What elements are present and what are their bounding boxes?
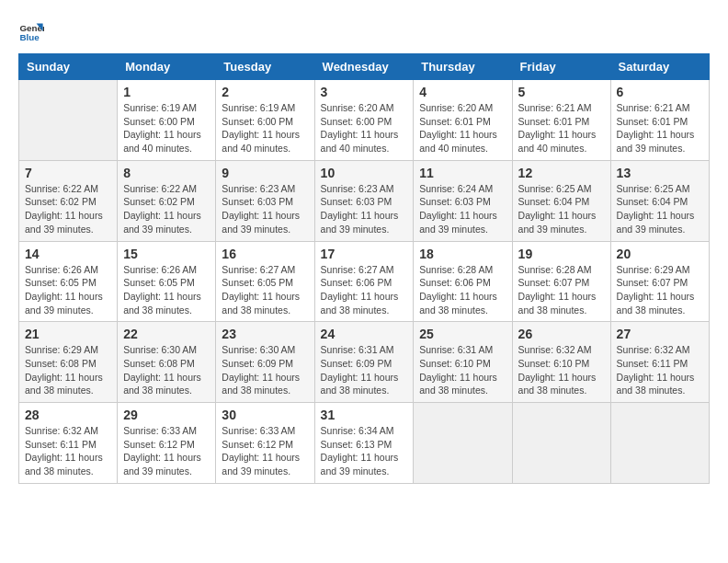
- day-header-saturday: Saturday: [610, 54, 709, 80]
- calendar-week-row: 28Sunrise: 6:32 AM Sunset: 6:11 PM Dayli…: [19, 403, 710, 484]
- day-number: 3: [321, 85, 408, 99]
- calendar-cell: 1Sunrise: 6:19 AM Sunset: 6:00 PM Daylig…: [118, 80, 216, 161]
- day-info: Sunrise: 6:27 AM Sunset: 6:05 PM Dayligh…: [222, 263, 308, 317]
- calendar-cell: 4Sunrise: 6:20 AM Sunset: 6:01 PM Daylig…: [414, 80, 512, 161]
- day-header-friday: Friday: [512, 54, 610, 80]
- day-header-tuesday: Tuesday: [216, 54, 314, 80]
- day-info: Sunrise: 6:21 AM Sunset: 6:01 PM Dayligh…: [518, 101, 605, 155]
- day-header-thursday: Thursday: [414, 54, 512, 80]
- day-number: 16: [222, 247, 308, 261]
- day-number: 11: [419, 166, 506, 180]
- calendar-cell: 20Sunrise: 6:29 AM Sunset: 6:07 PM Dayli…: [610, 241, 709, 322]
- day-number: 23: [222, 327, 308, 341]
- day-number: 14: [25, 247, 111, 261]
- day-info: Sunrise: 6:33 AM Sunset: 6:12 PM Dayligh…: [222, 424, 308, 478]
- day-info: Sunrise: 6:23 AM Sunset: 6:03 PM Dayligh…: [222, 182, 308, 236]
- day-info: Sunrise: 6:22 AM Sunset: 6:02 PM Dayligh…: [25, 182, 111, 236]
- calendar-cell: 25Sunrise: 6:31 AM Sunset: 6:10 PM Dayli…: [414, 322, 512, 403]
- day-info: Sunrise: 6:29 AM Sunset: 6:08 PM Dayligh…: [25, 343, 111, 397]
- calendar-cell: 2Sunrise: 6:19 AM Sunset: 6:00 PM Daylig…: [216, 80, 314, 161]
- day-info: Sunrise: 6:27 AM Sunset: 6:06 PM Dayligh…: [321, 263, 408, 317]
- day-info: Sunrise: 6:28 AM Sunset: 6:06 PM Dayligh…: [419, 263, 506, 317]
- calendar-cell: 6Sunrise: 6:21 AM Sunset: 6:01 PM Daylig…: [610, 80, 709, 161]
- calendar-cell: [512, 403, 610, 484]
- calendar-header-row: SundayMondayTuesdayWednesdayThursdayFrid…: [19, 54, 710, 80]
- calendar-week-row: 1Sunrise: 6:19 AM Sunset: 6:00 PM Daylig…: [19, 80, 710, 161]
- day-number: 26: [518, 327, 605, 341]
- day-number: 2: [222, 85, 308, 99]
- day-info: Sunrise: 6:20 AM Sunset: 6:01 PM Dayligh…: [419, 101, 506, 155]
- day-number: 4: [419, 85, 506, 99]
- day-number: 15: [123, 247, 210, 261]
- day-number: 7: [25, 166, 111, 180]
- calendar-cell: 14Sunrise: 6:26 AM Sunset: 6:05 PM Dayli…: [19, 241, 118, 322]
- day-info: Sunrise: 6:20 AM Sunset: 6:00 PM Dayligh…: [321, 101, 408, 155]
- calendar-cell: 27Sunrise: 6:32 AM Sunset: 6:11 PM Dayli…: [610, 322, 709, 403]
- calendar-cell: 13Sunrise: 6:25 AM Sunset: 6:04 PM Dayli…: [610, 160, 709, 241]
- calendar-cell: 21Sunrise: 6:29 AM Sunset: 6:08 PM Dayli…: [19, 322, 118, 403]
- day-number: 17: [321, 247, 408, 261]
- day-info: Sunrise: 6:34 AM Sunset: 6:13 PM Dayligh…: [321, 424, 408, 478]
- day-number: 24: [321, 327, 408, 341]
- day-number: 20: [617, 247, 703, 261]
- day-number: 13: [617, 166, 703, 180]
- day-info: Sunrise: 6:32 AM Sunset: 6:11 PM Dayligh…: [617, 343, 703, 397]
- page-header: General Blue: [18, 18, 710, 44]
- calendar-cell: 19Sunrise: 6:28 AM Sunset: 6:07 PM Dayli…: [512, 241, 610, 322]
- calendar-cell: 26Sunrise: 6:32 AM Sunset: 6:10 PM Dayli…: [512, 322, 610, 403]
- day-number: 21: [25, 327, 111, 341]
- day-number: 22: [123, 327, 210, 341]
- day-info: Sunrise: 6:31 AM Sunset: 6:10 PM Dayligh…: [419, 343, 506, 397]
- day-info: Sunrise: 6:31 AM Sunset: 6:09 PM Dayligh…: [321, 343, 408, 397]
- calendar-cell: 31Sunrise: 6:34 AM Sunset: 6:13 PM Dayli…: [314, 403, 414, 484]
- day-header-sunday: Sunday: [19, 54, 118, 80]
- day-info: Sunrise: 6:19 AM Sunset: 6:00 PM Dayligh…: [222, 101, 308, 155]
- day-info: Sunrise: 6:26 AM Sunset: 6:05 PM Dayligh…: [123, 263, 210, 317]
- day-number: 30: [222, 408, 308, 422]
- day-number: 28: [25, 408, 111, 422]
- calendar-cell: 18Sunrise: 6:28 AM Sunset: 6:06 PM Dayli…: [414, 241, 512, 322]
- day-info: Sunrise: 6:30 AM Sunset: 6:09 PM Dayligh…: [222, 343, 308, 397]
- calendar-cell: 15Sunrise: 6:26 AM Sunset: 6:05 PM Dayli…: [118, 241, 216, 322]
- calendar-table: SundayMondayTuesdayWednesdayThursdayFrid…: [18, 53, 710, 484]
- calendar-cell: [414, 403, 512, 484]
- day-info: Sunrise: 6:19 AM Sunset: 6:00 PM Dayligh…: [123, 101, 210, 155]
- day-number: 6: [617, 85, 703, 99]
- day-number: 1: [123, 85, 210, 99]
- calendar-cell: [610, 403, 709, 484]
- calendar-cell: 3Sunrise: 6:20 AM Sunset: 6:00 PM Daylig…: [314, 80, 414, 161]
- calendar-cell: 28Sunrise: 6:32 AM Sunset: 6:11 PM Dayli…: [19, 403, 118, 484]
- day-number: 25: [419, 327, 506, 341]
- day-number: 18: [419, 247, 506, 261]
- calendar-cell: 22Sunrise: 6:30 AM Sunset: 6:08 PM Dayli…: [118, 322, 216, 403]
- calendar-cell: 29Sunrise: 6:33 AM Sunset: 6:12 PM Dayli…: [118, 403, 216, 484]
- day-header-wednesday: Wednesday: [314, 54, 414, 80]
- day-info: Sunrise: 6:23 AM Sunset: 6:03 PM Dayligh…: [321, 182, 408, 236]
- svg-text:Blue: Blue: [19, 32, 40, 42]
- calendar-cell: 11Sunrise: 6:24 AM Sunset: 6:03 PM Dayli…: [414, 160, 512, 241]
- day-info: Sunrise: 6:24 AM Sunset: 6:03 PM Dayligh…: [419, 182, 506, 236]
- day-info: Sunrise: 6:25 AM Sunset: 6:04 PM Dayligh…: [518, 182, 605, 236]
- day-number: 29: [123, 408, 210, 422]
- calendar-cell: [19, 80, 118, 161]
- day-info: Sunrise: 6:22 AM Sunset: 6:02 PM Dayligh…: [123, 182, 210, 236]
- logo: General Blue: [18, 18, 50, 44]
- day-number: 19: [518, 247, 605, 261]
- day-info: Sunrise: 6:21 AM Sunset: 6:01 PM Dayligh…: [617, 101, 703, 155]
- calendar-week-row: 14Sunrise: 6:26 AM Sunset: 6:05 PM Dayli…: [19, 241, 710, 322]
- day-header-monday: Monday: [118, 54, 216, 80]
- calendar-cell: 7Sunrise: 6:22 AM Sunset: 6:02 PM Daylig…: [19, 160, 118, 241]
- day-number: 10: [321, 166, 408, 180]
- day-info: Sunrise: 6:28 AM Sunset: 6:07 PM Dayligh…: [518, 263, 605, 317]
- day-number: 9: [222, 166, 308, 180]
- calendar-cell: 24Sunrise: 6:31 AM Sunset: 6:09 PM Dayli…: [314, 322, 414, 403]
- calendar-cell: 10Sunrise: 6:23 AM Sunset: 6:03 PM Dayli…: [314, 160, 414, 241]
- day-info: Sunrise: 6:25 AM Sunset: 6:04 PM Dayligh…: [617, 182, 703, 236]
- calendar-cell: 16Sunrise: 6:27 AM Sunset: 6:05 PM Dayli…: [216, 241, 314, 322]
- day-number: 5: [518, 85, 605, 99]
- calendar-cell: 17Sunrise: 6:27 AM Sunset: 6:06 PM Dayli…: [314, 241, 414, 322]
- day-info: Sunrise: 6:29 AM Sunset: 6:07 PM Dayligh…: [617, 263, 703, 317]
- day-info: Sunrise: 6:26 AM Sunset: 6:05 PM Dayligh…: [25, 263, 111, 317]
- day-info: Sunrise: 6:30 AM Sunset: 6:08 PM Dayligh…: [123, 343, 210, 397]
- calendar-cell: 12Sunrise: 6:25 AM Sunset: 6:04 PM Dayli…: [512, 160, 610, 241]
